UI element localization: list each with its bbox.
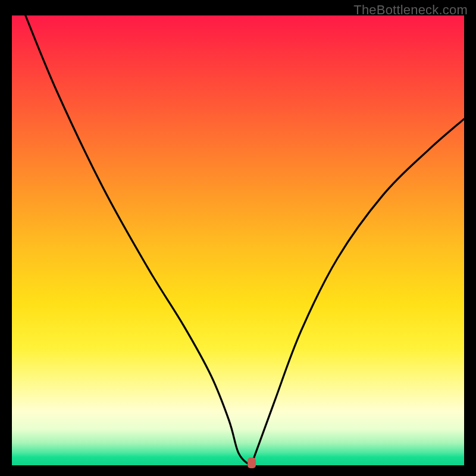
watermark-text: TheBottleneck.com	[353, 2, 468, 18]
optimal-point-marker	[248, 458, 256, 468]
chart-frame: TheBottleneck.com	[0, 0, 476, 476]
bottleneck-curve	[26, 15, 464, 465]
curve-svg	[12, 15, 464, 465]
plot-area	[12, 15, 464, 465]
